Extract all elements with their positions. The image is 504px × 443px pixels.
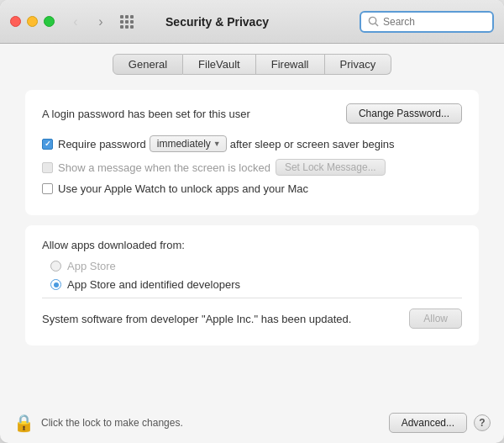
password-timing-dropdown[interactable]: immediately ▼ xyxy=(150,135,227,152)
svg-point-0 xyxy=(369,17,375,24)
lock-section: 🔒 Click the lock to make changes. xyxy=(13,413,183,433)
change-password-button[interactable]: Change Password... xyxy=(346,103,462,124)
apple-watch-label: Use your Apple Watch to unlock apps and … xyxy=(58,182,308,195)
titlebar: ‹ › Security & Privacy xyxy=(0,0,504,44)
lock-message-row: Show a message when the screen is locked… xyxy=(42,159,462,176)
window: ‹ › Security & Privacy General FileVault… xyxy=(0,0,504,443)
require-password-checkbox[interactable] xyxy=(42,139,53,150)
tab-firewall[interactable]: Firewall xyxy=(256,54,325,75)
search-icon xyxy=(368,16,379,27)
require-password-suffix: after sleep or screen saver begins xyxy=(230,138,395,150)
system-software-text: System software from developer "Apple In… xyxy=(42,313,351,325)
tab-general[interactable]: General xyxy=(113,54,183,75)
password-label: A login password has been set for this u… xyxy=(42,108,250,120)
set-lock-message-button[interactable]: Set Lock Message... xyxy=(276,159,386,176)
allow-apps-label: Allow apps downloaded from: xyxy=(42,239,462,251)
dropdown-arrow-icon: ▼ xyxy=(213,140,221,148)
tab-filevault[interactable]: FileVault xyxy=(183,54,256,75)
tabs-bar: General FileVault Firewall Privacy xyxy=(0,44,504,82)
require-password-row: Require password immediately ▼ after sle… xyxy=(42,135,462,152)
svg-line-1 xyxy=(375,24,378,26)
lock-text: Click the lock to make changes. xyxy=(41,417,183,429)
apps-section: Allow apps downloaded from: App Store Ap… xyxy=(25,225,479,345)
window-title: Security & Privacy xyxy=(75,15,360,29)
radio-app-store-identified-row: App Store and identified developers xyxy=(42,278,462,291)
content-area: A login password has been set for this u… xyxy=(0,82,504,406)
help-button[interactable]: ? xyxy=(474,414,491,431)
minimize-button[interactable] xyxy=(27,16,38,27)
password-timing-value: immediately xyxy=(157,138,211,150)
advanced-button[interactable]: Advanced... xyxy=(389,413,467,433)
radio-app-store[interactable] xyxy=(50,261,61,272)
lock-message-label: Show a message when the screen is locked xyxy=(58,161,270,174)
lock-message-checkbox[interactable] xyxy=(42,162,53,173)
require-password-label: Require password xyxy=(58,138,146,150)
close-button[interactable] xyxy=(10,16,21,27)
password-row: A login password has been set for this u… xyxy=(42,103,462,124)
footer-right: Advanced... ? xyxy=(389,413,491,433)
radio-app-store-label: App Store xyxy=(67,260,116,272)
search-input[interactable] xyxy=(383,16,486,28)
radio-app-store-row: App Store xyxy=(42,260,462,272)
traffic-lights xyxy=(10,16,55,27)
search-box[interactable] xyxy=(360,11,494,33)
allow-button[interactable]: Allow xyxy=(409,309,462,329)
apple-watch-checkbox[interactable] xyxy=(42,183,53,194)
system-software-row: System software from developer "Apple In… xyxy=(42,298,462,332)
radio-app-store-identified-label: App Store and identified developers xyxy=(67,278,240,291)
footer: 🔒 Click the lock to make changes. Advanc… xyxy=(0,406,504,443)
login-section: A login password has been set for this u… xyxy=(25,90,479,215)
radio-app-store-identified[interactable] xyxy=(50,279,61,290)
maximize-button[interactable] xyxy=(44,16,55,27)
tab-privacy[interactable]: Privacy xyxy=(325,54,392,75)
apple-watch-row: Use your Apple Watch to unlock apps and … xyxy=(42,182,462,195)
lock-icon[interactable]: 🔒 xyxy=(13,413,34,433)
